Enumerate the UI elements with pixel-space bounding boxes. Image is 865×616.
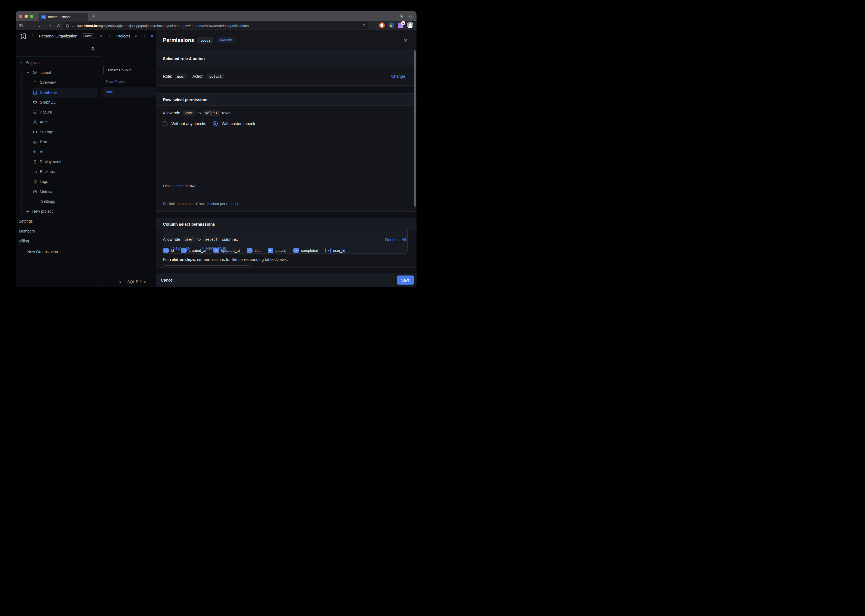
profile-avatar[interactable]	[407, 22, 413, 28]
action-badge: select	[203, 110, 220, 116]
checkbox-icon[interactable]	[213, 248, 219, 253]
sidebar-item-settings[interactable]: Settings	[16, 216, 101, 226]
change-link[interactable]: Change	[391, 74, 405, 79]
sidebar-item-billing[interactable]: Billing	[16, 236, 101, 246]
checkbox-icon[interactable]	[247, 248, 252, 253]
sidebar-item-project-settings[interactable]: Settings	[16, 196, 101, 206]
checkbox-item-details[interactable]: details	[268, 248, 286, 253]
cancel-button[interactable]: Cancel	[161, 278, 173, 282]
column-section-header: Column select permissions	[156, 218, 416, 230]
preview-badge: Preview	[217, 37, 235, 43]
sidebar-item-run[interactable]: Run	[16, 137, 101, 147]
breadcrumb-separator: /	[32, 33, 33, 39]
sidebar-item-auth[interactable]: Auth	[16, 117, 101, 127]
reload-icon[interactable]	[55, 22, 62, 30]
sidebar-item-deployments[interactable]: Deployments	[16, 157, 101, 167]
checkbox-icon[interactable]	[293, 248, 299, 253]
extension-icon[interactable]: 6	[398, 23, 403, 28]
shield-icon[interactable]	[66, 24, 69, 28]
sidebar-item-new-organization[interactable]: New Organization	[16, 247, 101, 257]
sidebar-item-projects[interactable]: Projects	[16, 58, 101, 68]
table-row-todos[interactable]: todos	[101, 87, 159, 97]
checkbox-icon[interactable]	[163, 248, 169, 253]
checkbox-item-id[interactable]: id	[163, 248, 174, 253]
new-tab-button[interactable]: +	[91, 13, 97, 20]
column-checkbox-row: id created_at updated_at title	[163, 248, 345, 253]
browser-tab-strip: tutorial - Nhost +	[16, 11, 416, 21]
project-status-dot	[151, 35, 153, 37]
sidebar-item-metrics[interactable]: Metrics	[16, 187, 101, 196]
bookmark-icon[interactable]	[362, 24, 366, 28]
sidebar-toggle-icon[interactable]	[17, 22, 24, 30]
org-switcher-icon[interactable]	[99, 34, 103, 38]
privacy-extension-icon[interactable]: 🔒	[388, 22, 394, 28]
table-name-badge: todos	[197, 37, 213, 44]
checkbox-item-updated-at[interactable]: updated_at	[213, 248, 240, 253]
close-icon[interactable]: ✕	[402, 37, 409, 44]
checkbox-item-completed[interactable]: completed	[293, 248, 318, 253]
radio-without-checks[interactable]	[162, 121, 168, 126]
breadcrumb-separator3: /	[144, 33, 145, 39]
permissions-footer: Cancel Save	[156, 273, 416, 287]
checkbox-item-user-id[interactable]: user_id	[325, 248, 345, 253]
sidebar-item-members[interactable]: Members	[16, 226, 101, 236]
sidebar-item-tutorial[interactable]: tutorial	[16, 68, 101, 77]
sidebar-item-hasura[interactable]: Hasura	[16, 107, 101, 117]
radio-with-custom-check[interactable]	[213, 121, 218, 126]
forward-icon[interactable]	[46, 22, 53, 30]
minimize-window-button[interactable]	[25, 14, 28, 18]
sidebar-item-database[interactable]: Database	[32, 88, 98, 98]
terminal-icon: >_	[119, 280, 124, 284]
allow-rows-line: Allow role user to select rows:	[163, 110, 232, 116]
sidebar-divider	[16, 57, 101, 57]
address-bar[interactable]: app.nhost.io/orgs/ykmujwrjdyoebkjsbcpp/p…	[63, 22, 369, 30]
sparkles-icon	[33, 149, 37, 154]
limit-rows-label: Limit number of rows	[163, 184, 196, 188]
checkbox-icon[interactable]	[268, 248, 273, 253]
section-gap3	[156, 268, 416, 273]
browser-window: tutorial - Nhost +	[16, 11, 416, 287]
pin-off-icon[interactable]	[90, 47, 95, 52]
checkbox-icon-focused[interactable]	[325, 248, 331, 253]
sidebar-item-storage[interactable]: Storage	[16, 127, 101, 137]
browser-toolbar: app.nhost.io/orgs/ykmujwrjdyoebkjsbcpp/p…	[16, 21, 416, 30]
deselect-all-link[interactable]: Deselect All	[385, 237, 406, 242]
schema-select[interactable]: schema.public	[103, 65, 158, 75]
project-switcher-icon[interactable]	[134, 34, 138, 38]
new-table-button[interactable]: New Table	[101, 77, 159, 86]
role-badge: user	[183, 110, 195, 116]
sidebar-item-new-project[interactable]: New project	[16, 206, 101, 216]
breadcrumb-projects[interactable]: Projects	[116, 34, 131, 38]
checkbox-icon[interactable]	[181, 248, 187, 253]
checkbox-item-created-at[interactable]: created_at	[181, 248, 206, 253]
close-window-button[interactable]	[19, 14, 22, 18]
url-host: nhost.io	[84, 24, 97, 28]
database-icon	[33, 91, 37, 95]
docker-icon	[33, 140, 38, 144]
sql-editor-button[interactable]: >_ SQL Editor	[101, 277, 156, 287]
home-icon	[33, 80, 37, 85]
browser-tab[interactable]: tutorial - Nhost	[39, 13, 88, 21]
sidebar-item-backups[interactable]: Backups	[16, 167, 101, 177]
sidebar-item-logs[interactable]: Logs	[16, 177, 101, 187]
permissions-header: Permissions todos Preview	[156, 30, 416, 50]
cloud-sync-icon[interactable]	[408, 14, 414, 19]
sidebar-item-overview[interactable]: Overview	[16, 77, 101, 87]
back-icon[interactable]	[36, 22, 43, 30]
zoom-window-button[interactable]	[30, 14, 33, 18]
trash-icon[interactable]	[399, 14, 404, 19]
modal-scrollbar[interactable]	[414, 50, 416, 207]
hasura-icon	[33, 110, 37, 114]
org-plan-badge: Starter	[80, 33, 95, 39]
checkbox-item-title[interactable]: title	[247, 248, 260, 253]
graphql-icon	[33, 100, 37, 104]
breadcrumb-org[interactable]: Personal Organization	[39, 34, 77, 38]
sidebar-item-graphql[interactable]: GraphQL	[16, 97, 101, 107]
nhost-logo-icon[interactable]	[20, 33, 27, 40]
cube-icon	[33, 70, 37, 75]
sidebar-item-ai[interactable]: AI	[16, 147, 101, 157]
duckduckgo-extension-icon[interactable]	[379, 22, 385, 28]
role-badge: user	[183, 236, 195, 242]
save-button[interactable]: Save	[397, 275, 414, 284]
row-check-radios: Without any checks With custom check	[162, 121, 255, 126]
